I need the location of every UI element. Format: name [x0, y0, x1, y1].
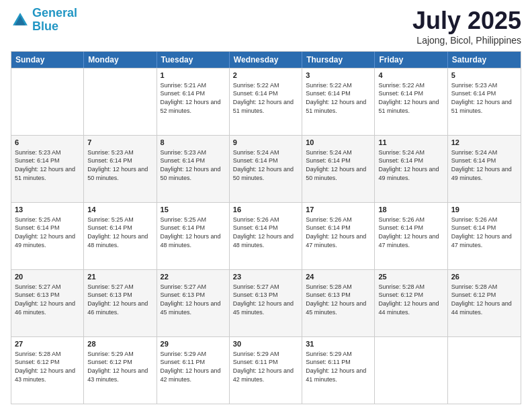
header-wednesday: Wednesday [230, 52, 302, 68]
calendar-cell-4-1: 28Sunrise: 5:29 AMSunset: 6:12 PMDayligh… [84, 337, 157, 404]
calendar-row-3: 20Sunrise: 5:27 AMSunset: 6:13 PMDayligh… [11, 269, 521, 336]
calendar-row-0: 1Sunrise: 5:21 AMSunset: 6:14 PMDaylight… [11, 68, 521, 135]
cell-info: Sunrise: 5:28 AMSunset: 6:13 PMDaylight:… [306, 283, 371, 316]
header-tuesday: Tuesday [157, 52, 230, 68]
month-title: July 2025 [412, 7, 521, 35]
day-number: 2 [233, 71, 298, 81]
cell-info: Sunrise: 5:22 AMSunset: 6:14 PMDaylight:… [378, 81, 443, 115]
calendar-cell-3-2: 22Sunrise: 5:27 AMSunset: 6:13 PMDayligh… [157, 270, 230, 336]
calendar-cell-3-1: 21Sunrise: 5:27 AMSunset: 6:13 PMDayligh… [84, 270, 157, 336]
calendar-cell-0-4: 3Sunrise: 5:22 AMSunset: 6:14 PMDaylight… [302, 68, 375, 135]
cell-info: Sunrise: 5:22 AMSunset: 6:14 PMDaylight:… [306, 81, 371, 115]
cell-info: Sunrise: 5:23 AMSunset: 6:14 PMDaylight:… [161, 148, 226, 182]
logo-icon [11, 11, 30, 30]
cell-info: Sunrise: 5:24 AMSunset: 6:14 PMDaylight:… [306, 148, 371, 182]
calendar-cell-2-6: 19Sunrise: 5:26 AMSunset: 6:14 PMDayligh… [448, 203, 521, 269]
calendar-cell-1-6: 12Sunrise: 5:24 AMSunset: 6:14 PMDayligh… [448, 136, 521, 202]
header-saturday: Saturday [448, 52, 521, 68]
day-number: 29 [161, 339, 226, 349]
logo-text: General Blue [32, 7, 77, 34]
calendar-body: 1Sunrise: 5:21 AMSunset: 6:14 PMDaylight… [11, 68, 521, 404]
calendar-cell-3-4: 24Sunrise: 5:28 AMSunset: 6:13 PMDayligh… [302, 270, 375, 336]
day-number: 14 [87, 205, 152, 215]
day-number: 20 [15, 272, 80, 282]
cell-info: Sunrise: 5:26 AMSunset: 6:14 PMDaylight:… [378, 216, 443, 249]
calendar-cell-2-4: 17Sunrise: 5:26 AMSunset: 6:14 PMDayligh… [302, 203, 375, 269]
cell-info: Sunrise: 5:29 AMSunset: 6:11 PMDaylight:… [161, 350, 226, 383]
cell-info: Sunrise: 5:23 AMSunset: 6:14 PMDaylight:… [451, 81, 517, 115]
cell-info: Sunrise: 5:29 AMSunset: 6:11 PMDaylight:… [306, 350, 371, 383]
day-number: 25 [378, 272, 443, 282]
calendar-row-2: 13Sunrise: 5:25 AMSunset: 6:14 PMDayligh… [11, 202, 521, 269]
day-number: 16 [233, 205, 298, 215]
day-number: 13 [15, 205, 80, 215]
cell-info: Sunrise: 5:23 AMSunset: 6:14 PMDaylight:… [15, 148, 80, 182]
calendar-cell-0-1 [84, 68, 157, 135]
calendar-cell-4-6 [448, 337, 521, 404]
cell-info: Sunrise: 5:26 AMSunset: 6:14 PMDaylight:… [451, 216, 517, 249]
header-monday: Monday [84, 52, 157, 68]
cell-info: Sunrise: 5:26 AMSunset: 6:14 PMDaylight:… [306, 216, 371, 249]
calendar-cell-1-0: 6Sunrise: 5:23 AMSunset: 6:14 PMDaylight… [11, 136, 84, 202]
calendar-cell-1-4: 10Sunrise: 5:24 AMSunset: 6:14 PMDayligh… [302, 136, 375, 202]
day-number: 8 [161, 138, 226, 148]
day-number: 3 [306, 71, 371, 81]
cell-info: Sunrise: 5:28 AMSunset: 6:12 PMDaylight:… [378, 283, 443, 316]
header-thursday: Thursday [302, 52, 375, 68]
calendar-cell-2-1: 14Sunrise: 5:25 AMSunset: 6:14 PMDayligh… [84, 203, 157, 269]
cell-info: Sunrise: 5:28 AMSunset: 6:12 PMDaylight:… [451, 283, 517, 316]
cell-info: Sunrise: 5:27 AMSunset: 6:13 PMDaylight:… [161, 283, 226, 316]
day-number: 19 [451, 205, 517, 215]
day-number: 17 [306, 205, 371, 215]
cell-info: Sunrise: 5:28 AMSunset: 6:12 PMDaylight:… [15, 350, 80, 383]
location: Lajong, Bicol, Philippines [412, 35, 521, 46]
calendar-cell-4-5 [375, 337, 447, 404]
day-number: 11 [378, 138, 443, 148]
day-number: 18 [378, 205, 443, 215]
day-number: 5 [451, 71, 517, 81]
calendar-cell-1-5: 11Sunrise: 5:24 AMSunset: 6:14 PMDayligh… [375, 136, 447, 202]
cell-info: Sunrise: 5:27 AMSunset: 6:13 PMDaylight:… [15, 283, 80, 316]
day-number: 15 [161, 205, 226, 215]
calendar-cell-2-0: 13Sunrise: 5:25 AMSunset: 6:14 PMDayligh… [11, 203, 84, 269]
calendar-header: Sunday Monday Tuesday Wednesday Thursday… [11, 52, 521, 68]
cell-info: Sunrise: 5:24 AMSunset: 6:14 PMDaylight:… [233, 148, 298, 182]
calendar-cell-2-3: 16Sunrise: 5:26 AMSunset: 6:14 PMDayligh… [230, 203, 302, 269]
cell-info: Sunrise: 5:29 AMSunset: 6:11 PMDaylight:… [233, 350, 298, 383]
calendar-cell-1-2: 8Sunrise: 5:23 AMSunset: 6:14 PMDaylight… [157, 136, 230, 202]
cell-info: Sunrise: 5:27 AMSunset: 6:13 PMDaylight:… [233, 283, 298, 316]
calendar-cell-0-6: 5Sunrise: 5:23 AMSunset: 6:14 PMDaylight… [448, 68, 521, 135]
day-number: 26 [451, 272, 517, 282]
calendar-cell-4-0: 27Sunrise: 5:28 AMSunset: 6:12 PMDayligh… [11, 337, 84, 404]
day-number: 27 [15, 339, 80, 349]
day-number: 6 [15, 138, 80, 148]
calendar-cell-0-0 [11, 68, 84, 135]
day-number: 31 [306, 339, 371, 349]
calendar: Sunday Monday Tuesday Wednesday Thursday… [11, 51, 521, 404]
cell-info: Sunrise: 5:26 AMSunset: 6:14 PMDaylight:… [233, 216, 298, 249]
day-number: 7 [87, 138, 152, 148]
day-number: 28 [87, 339, 152, 349]
calendar-cell-0-3: 2Sunrise: 5:22 AMSunset: 6:14 PMDaylight… [230, 68, 302, 135]
day-number: 30 [233, 339, 298, 349]
calendar-cell-0-2: 1Sunrise: 5:21 AMSunset: 6:14 PMDaylight… [157, 68, 230, 135]
calendar-cell-4-2: 29Sunrise: 5:29 AMSunset: 6:11 PMDayligh… [157, 337, 230, 404]
calendar-row-4: 27Sunrise: 5:28 AMSunset: 6:12 PMDayligh… [11, 336, 521, 404]
cell-info: Sunrise: 5:24 AMSunset: 6:14 PMDaylight:… [378, 148, 443, 182]
calendar-cell-4-3: 30Sunrise: 5:29 AMSunset: 6:11 PMDayligh… [230, 337, 302, 404]
day-number: 4 [378, 71, 443, 81]
logo: General Blue [11, 7, 77, 34]
title-block: July 2025 Lajong, Bicol, Philippines [412, 7, 521, 46]
cell-info: Sunrise: 5:25 AMSunset: 6:14 PMDaylight:… [161, 216, 226, 249]
day-number: 22 [161, 272, 226, 282]
calendar-cell-3-3: 23Sunrise: 5:27 AMSunset: 6:13 PMDayligh… [230, 270, 302, 336]
calendar-cell-3-6: 26Sunrise: 5:28 AMSunset: 6:12 PMDayligh… [448, 270, 521, 336]
header-sunday: Sunday [11, 52, 84, 68]
calendar-cell-2-5: 18Sunrise: 5:26 AMSunset: 6:14 PMDayligh… [375, 203, 447, 269]
cell-info: Sunrise: 5:27 AMSunset: 6:13 PMDaylight:… [87, 283, 152, 316]
day-number: 9 [233, 138, 298, 148]
header-friday: Friday [375, 52, 447, 68]
cell-info: Sunrise: 5:24 AMSunset: 6:14 PMDaylight:… [451, 148, 517, 182]
day-number: 1 [161, 71, 226, 81]
cell-info: Sunrise: 5:29 AMSunset: 6:12 PMDaylight:… [87, 350, 152, 383]
